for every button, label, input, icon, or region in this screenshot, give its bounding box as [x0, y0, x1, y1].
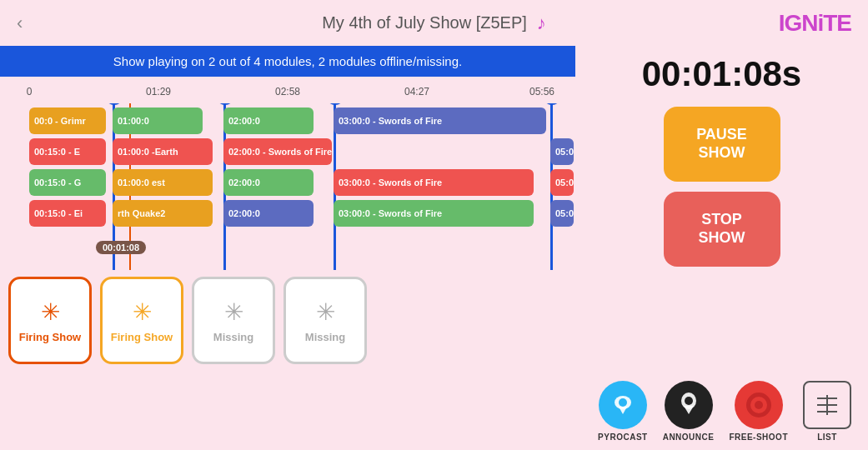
- track-block: 02:00:0 - Swords of Fire: [223, 138, 332, 165]
- pyrocast-label: PYROCAST: [598, 432, 648, 442]
- header: ‹ My 4th of July Show [Z5EP] ♪ IGNiTE: [0, 0, 868, 46]
- freeshoot-icon: [735, 381, 783, 429]
- announce-label: ANNOUNCE: [663, 432, 715, 442]
- freeshoot-label: FREE-SHOOT: [729, 432, 788, 442]
- freeshoot-item[interactable]: FREE-SHOOT: [729, 381, 788, 442]
- module-label-4: Missing: [305, 331, 345, 343]
- marker-3: 3: [216, 103, 234, 105]
- pause-label-line2: SHOW: [664, 144, 780, 162]
- track-block: 03:00:0 - Swords of Fire: [334, 200, 534, 227]
- module-card-2[interactable]: ✳ Firing Show: [100, 277, 183, 364]
- module-icon-4: ✳: [316, 298, 335, 326]
- module-card-3[interactable]: ✳ Missing: [192, 277, 275, 364]
- time-label-3: 04:27: [404, 86, 429, 98]
- music-icon: ♪: [537, 12, 546, 34]
- module-card-1[interactable]: ✳ Firing Show: [8, 277, 92, 364]
- timer-display: 00:01:08s: [642, 54, 801, 94]
- pyrocast-icon: [599, 381, 647, 429]
- module-icon-3: ✳: [224, 298, 243, 326]
- time-ruler: 0 01:29 02:58 04:27 05:56: [0, 80, 575, 103]
- list-icon: [803, 381, 851, 429]
- announce-icon: [665, 381, 713, 429]
- pyrocast-item[interactable]: PYROCAST: [598, 381, 648, 442]
- time-label-0: 0: [27, 86, 33, 98]
- stop-label-line1: STOP: [664, 211, 780, 229]
- svg-point-8: [755, 401, 763, 409]
- svg-marker-4: [684, 406, 694, 414]
- pause-show-button[interactable]: PAUSE SHOW: [664, 107, 780, 182]
- track-block: 05:00:0: [550, 169, 574, 196]
- track-block: 00:15:0 - Ei: [29, 200, 106, 227]
- time-label-1: 01:29: [146, 86, 171, 98]
- module-icon-2: ✳: [133, 298, 152, 326]
- svg-point-2: [619, 398, 627, 407]
- module-label-1: Firing Show: [19, 331, 81, 343]
- module-label-3: Missing: [213, 331, 253, 343]
- track-block: 02:00:0: [223, 200, 314, 227]
- marker-4: 4: [326, 103, 344, 105]
- timeline-area: Show playing on 2 out of 4 modules, 2 mo…: [0, 46, 575, 450]
- track-block: 01:00:0 -Earth: [113, 138, 213, 165]
- track-block: 00:15:0 - E: [29, 138, 106, 165]
- track-block: 03:00:0 - Swords of Fire: [334, 169, 534, 196]
- track-block: 01:00:0 est: [113, 169, 213, 196]
- current-time-badge: 00:01:08: [96, 241, 146, 254]
- svg-point-5: [685, 397, 693, 405]
- modules-row: ✳ Firing Show ✳ Firing Show ✳ Missing ✳ …: [0, 270, 575, 370]
- module-icon-1: ✳: [41, 298, 60, 326]
- track-block: 03:00:0 - Swords of Fire: [334, 108, 546, 134]
- back-button[interactable]: ‹: [17, 12, 23, 34]
- bottom-icons: PYROCAST ANNOUNCE FREE-SHOOT: [598, 381, 851, 442]
- time-label-2: 02:58: [275, 86, 300, 98]
- pause-label-line1: PAUSE: [664, 126, 780, 144]
- marker-2: 2: [105, 103, 123, 105]
- track-block: rth Quake2: [113, 200, 213, 227]
- marker-5: 5: [543, 103, 561, 105]
- tracks-area: 2 3 4 5 00:01:08 00:0 - Grimr 01:00:0 02…: [0, 103, 575, 270]
- ignite-logo: IGNiTE: [779, 10, 851, 37]
- stop-label-line2: SHOW: [664, 229, 780, 248]
- track-block: 00:15:0 - G: [29, 169, 106, 196]
- list-item[interactable]: LIST: [803, 381, 851, 442]
- track-block: 05:00:0: [550, 138, 574, 165]
- track-block: 02:00:0: [223, 169, 314, 196]
- announce-item[interactable]: ANNOUNCE: [663, 381, 715, 442]
- status-bar: Show playing on 2 out of 4 modules, 2 mo…: [0, 46, 575, 77]
- page-title: My 4th of July Show [Z5EP]: [322, 13, 527, 32]
- list-label: LIST: [817, 432, 837, 442]
- module-label-2: Firing Show: [111, 331, 173, 343]
- track-block: 01:00:0: [113, 108, 203, 134]
- track-block: 00:0 - Grimr: [29, 108, 106, 134]
- track-block: 05:00:0: [550, 200, 574, 227]
- time-label-4: 05:56: [529, 86, 554, 98]
- module-card-4[interactable]: ✳ Missing: [283, 277, 367, 364]
- stop-show-button[interactable]: STOP SHOW: [664, 192, 780, 267]
- svg-marker-1: [619, 407, 627, 414]
- track-block: 02:00:0: [223, 108, 314, 134]
